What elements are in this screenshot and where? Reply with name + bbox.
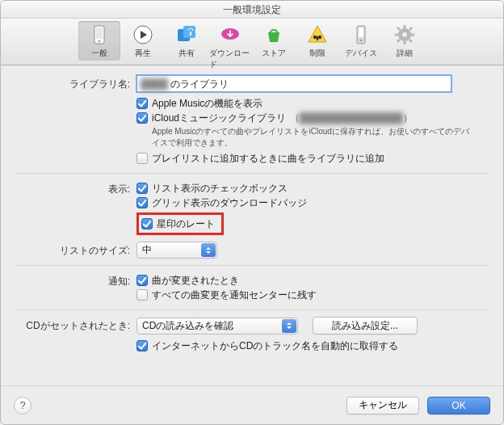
svg-point-11 [313,36,317,39]
svg-point-18 [402,32,407,37]
help-button[interactable]: ? [14,397,32,414]
tab-restrict[interactable]: 制限 [296,21,338,61]
svg-point-2 [99,40,100,42]
cd-label: CDがセットされたとき: [15,317,136,333]
tab-label: 一般 [91,48,107,59]
icloud-library-label: iCloudミュージックライブラリ [152,112,286,124]
library-name-label: ライブラリ名: [15,75,136,91]
preferences-window: 一般環境設定 一般 再生 共有 ダウンロード [0,0,504,425]
notify-label: 通知: [15,272,136,288]
cd-action-select[interactable]: CDの読み込みを確認 [136,318,298,335]
svg-line-23 [397,27,400,30]
divider [15,265,489,266]
song-changed-label: 曲が変更されたとき [152,274,239,287]
list-view-checkbox[interactable]: リスト表示のチェックボックス [136,182,489,195]
restrict-icon [305,23,330,47]
internet-track-label: インターネットからCDのトラック名を自動的に取得する [152,339,398,352]
library-name-suffix: のライブラリ [168,78,229,90]
apple-music-label: Apple Musicの機能を表示 [152,97,262,110]
keep-all-checkbox[interactable]: すべての曲変更を通知センターに残す [136,288,489,301]
tab-label: 再生 [135,48,151,59]
play-icon [131,23,155,47]
library-name-input[interactable]: ████ のライブラリ [136,75,452,92]
store-icon [262,23,286,47]
tab-devices[interactable]: デバイス [340,21,382,61]
add-to-library-checkbox[interactable]: プレイリストに追加するときに曲をライブラリに追加 [136,152,489,165]
svg-point-16 [360,40,363,42]
svg-rect-13 [317,36,318,40]
divider [15,309,489,310]
chevron-updown-icon [201,243,216,257]
ok-button[interactable]: OK [427,397,490,414]
keep-all-label: すべての曲変更を通知センターに残す [152,288,317,301]
sharing-icon [174,23,199,47]
internet-track-checkbox[interactable]: インターネットからCDのトラック名を自動的に取得する [136,339,489,352]
grid-badge-checkbox[interactable]: グリッド表示のダウンロードバッジ [136,196,489,209]
window-title: 一般環境設定 [1,1,503,19]
svg-rect-1 [96,27,103,39]
svg-point-12 [318,36,321,39]
icloud-library-checkbox[interactable]: iCloudミュージックライブラリ （████████████████） [136,112,489,124]
tab-label: 共有 [178,48,195,59]
list-size-select[interactable]: 中 [136,242,217,259]
grid-badge-label: グリッド表示のダウンロードバッジ [152,196,307,209]
tab-advanced[interactable]: 詳細 [384,21,426,61]
tab-label: 詳細 [397,48,413,59]
tab-label: ストア [262,48,286,59]
add-to-library-label: プレイリストに追加するときに曲をライブラリに追加 [152,152,384,165]
star-rating-label: 星印のレート [157,217,215,230]
svg-line-26 [397,40,400,42]
svg-line-24 [410,40,412,42]
list-size-value: 中 [142,243,152,257]
tab-general[interactable]: 一般 [78,21,120,61]
highlight-box: 星印のレート [136,212,224,235]
chevron-updown-icon [282,319,296,333]
svg-line-25 [410,27,412,30]
divider [15,173,489,174]
tab-sharing[interactable]: 共有 [166,21,208,61]
tab-store[interactable]: ストア [253,21,295,61]
song-changed-checkbox[interactable]: 曲が変更されたとき [136,274,489,287]
library-name-hidden: ████ [141,78,168,90]
download-icon [218,23,242,47]
apple-music-checkbox[interactable]: Apple Musicの機能を表示 [136,97,489,110]
tab-label: デバイス [345,48,377,59]
footer: ? キャンセル OK [1,385,503,424]
svg-rect-6 [183,26,195,38]
tab-label: 制限 [309,48,326,59]
toolbar: 一般 再生 共有 ダウンロード ストア [1,19,503,65]
tab-playback[interactable]: 再生 [122,21,164,61]
list-view-label: リスト表示のチェックボックス [152,182,288,195]
import-settings-button[interactable]: 読み込み設定... [313,317,418,335]
cd-action-value: CDの読み込みを確認 [142,319,233,333]
cancel-button[interactable]: キャンセル [346,397,419,414]
devices-icon [349,23,373,47]
svg-rect-8 [190,32,191,36]
general-icon [87,23,111,47]
tab-downloads[interactable]: ダウンロード [209,21,251,72]
star-rating-checkbox[interactable]: 星印のレート [141,217,215,230]
svg-rect-15 [359,27,363,37]
icloud-note: Apple Musicのすべての曲やプレイリストをiCloudに保存すれば、お使… [152,126,475,149]
content-pane: ライブラリ名: ████ のライブラリ Apple Musicの機能を表示 iC… [1,65,503,385]
icloud-account: （████████████████） [290,112,412,124]
gear-icon [393,23,417,47]
list-size-label: リストのサイズ: [15,242,136,258]
display-label: 表示: [15,180,136,196]
